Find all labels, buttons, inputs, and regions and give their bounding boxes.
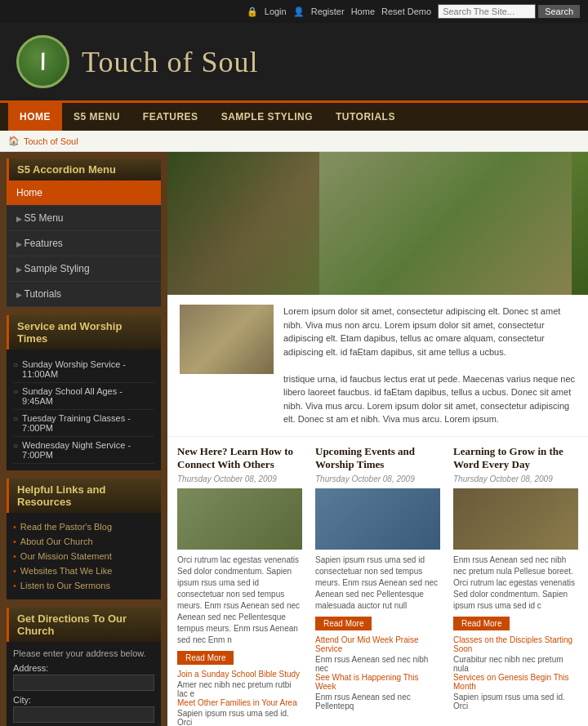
directions-widget: Get Directions To Our Church Please ente…: [7, 608, 161, 726]
service-item-4: Wednesday Night Service - 7:00PM: [13, 437, 154, 464]
intro-para-1: Lorem ipsum dolor sit amet, consectetur …: [283, 305, 576, 359]
link-listen-sermons[interactable]: Listen to Our Sermons: [13, 578, 154, 593]
col3-date: Thursday October 08, 2009: [453, 474, 578, 483]
breadcrumb: 🏠 Touch of Soul: [0, 131, 588, 152]
column-3: Learning to Grow in the Word Every Day T…: [447, 445, 578, 727]
col1-image: [177, 488, 302, 550]
accordion-link-tutorials[interactable]: Tutorials: [7, 282, 161, 306]
link-mission-statement[interactable]: Our Mission Statement: [13, 549, 154, 563]
service-times-title: Service and Worship Times: [7, 315, 161, 350]
col2-link-1-sub: Enm rsus Aenean sed nec nibh nec: [315, 655, 440, 673]
search-box: Search: [438, 4, 580, 19]
intro-image: [180, 305, 274, 374]
col1-link-2[interactable]: Meet Other Families in Your Area: [177, 698, 302, 707]
address-label: Address:: [13, 663, 154, 673]
col2-image: [315, 488, 440, 550]
col3-link-2[interactable]: Services on Genesis Begin This Month: [453, 673, 578, 691]
sidebar: S5 Accordion Menu Home S5 Menu Features …: [0, 152, 167, 726]
accordion-item-s5menu[interactable]: S5 Menu: [7, 206, 161, 231]
hero-image: [167, 152, 588, 295]
intro-text: Lorem ipsum dolor sit amet, consectetur …: [283, 305, 576, 426]
col1-links: Join a Sunday School Bible Study Amer ne…: [177, 670, 302, 726]
accordion-menu: Home S5 Menu Features Sample Styling Tut…: [7, 180, 161, 307]
col1-link-2-sub: Sapien ipsum rsus uma sed id. Orci: [177, 709, 302, 726]
top-bar: 🔒 Login 👤 Register Home Reset Demo Searc…: [0, 0, 588, 23]
login-link[interactable]: Login: [265, 7, 287, 16]
address-input[interactable]: [13, 675, 154, 691]
intro-para-2: tristique urna, id faucbus lectus erat u…: [283, 372, 576, 426]
service-list: Sunday Worship Service - 11:00AM Sunday …: [7, 350, 161, 470]
col2-body: Sapien ipsum rsus uma sed id consectetua…: [315, 555, 440, 612]
col1-date: Thursday October 08, 2009: [177, 474, 302, 483]
links-list: Read the Pastor's Blog About Our Church …: [7, 513, 161, 599]
directions-desc: Please enter your address below.: [13, 648, 154, 658]
link-about-church[interactable]: About Our Church: [13, 534, 154, 549]
link-pastors-blog[interactable]: Read the Pastor's Blog: [13, 519, 154, 534]
accordion-widget: S5 Accordion Menu Home S5 Menu Features …: [7, 158, 161, 307]
helpful-links-title: Helpful Links and Resources: [7, 479, 161, 513]
reset-demo-link[interactable]: Reset Demo: [381, 7, 431, 16]
col2-read-more[interactable]: Read More: [315, 617, 372, 630]
col1-read-more[interactable]: Read More: [177, 651, 234, 665]
search-button[interactable]: Search: [538, 5, 580, 18]
nav-home[interactable]: HOME: [8, 103, 62, 131]
col2-link-1[interactable]: Attend Our Mid Week Praise Service: [315, 635, 440, 653]
main-layout: S5 Accordion Menu Home S5 Menu Features …: [0, 152, 588, 726]
accordion-item-tutorials[interactable]: Tutorials: [7, 282, 161, 307]
breadcrumb-current: Touch of Soul: [24, 136, 78, 146]
nav-s5menu[interactable]: S5 MENU: [62, 103, 131, 131]
lock-icon: 🔒: [247, 7, 258, 17]
col2-link-2[interactable]: See What is Happening This Week: [315, 673, 440, 691]
col3-image: [453, 488, 578, 550]
col1-title: New Here? Learn How to Connect With Othe…: [177, 445, 302, 473]
accordion-link-s5menu[interactable]: S5 Menu: [7, 206, 161, 230]
col2-link-2-sub: Enm rsus Aenean sed nec Pellentepq: [315, 693, 440, 710]
search-input[interactable]: [438, 4, 536, 19]
nav-sample-styling[interactable]: SAMPLE STYLING: [210, 103, 324, 131]
directions-title: Get Directions To Our Church: [7, 608, 161, 642]
column-2: Upcoming Events and Worship Times Thursd…: [309, 445, 447, 727]
link-websites-we-like[interactable]: Websites That We Like: [13, 563, 154, 578]
col1-link-1[interactable]: Join a Sunday School Bible Study: [177, 670, 302, 679]
main-content: Lorem ipsum dolor sit amet, consectetur …: [167, 152, 588, 726]
nav-tutorials[interactable]: TUTORIALS: [324, 103, 407, 131]
main-nav: HOME S5 MENU FEATURES SAMPLE STYLING TUT…: [0, 100, 588, 131]
site-title: Touch of Soul: [82, 45, 258, 79]
site-logo: [16, 35, 69, 88]
accordion-title: S5 Accordion Menu: [7, 158, 161, 180]
col3-body: Enm rsus Aenean sed nec nibh nec pretum …: [453, 555, 578, 612]
col1-link-1-sub: Amer nec nibh nec pretum rutbi lac e: [177, 680, 302, 698]
register-link[interactable]: Register: [311, 7, 345, 16]
col2-date: Thursday October 08, 2009: [315, 474, 440, 483]
nav-features[interactable]: FEATURES: [131, 103, 210, 131]
text-intro: Lorem ipsum dolor sit amet, consectetur …: [167, 295, 588, 437]
hero-people-image: [319, 152, 572, 295]
col3-link-1-sub: Curabitur nec nibh nec pretum nula: [453, 655, 578, 673]
city-input[interactable]: [13, 706, 154, 723]
accordion-link-sample-styling[interactable]: Sample Styling: [7, 256, 161, 281]
col1-body: Orci rutrum lac egestas venenatis Sed do…: [177, 555, 302, 646]
column-1: New Here? Learn How to Connect With Othe…: [177, 445, 309, 727]
accordion-item-features[interactable]: Features: [7, 231, 161, 256]
col2-links: Attend Our Mid Week Praise Service Enm r…: [315, 635, 440, 710]
three-columns: New Here? Learn How to Connect With Othe…: [167, 437, 588, 727]
col3-read-more[interactable]: Read More: [453, 617, 510, 630]
col3-link-1[interactable]: Classes on the Disciples Starting Soon: [453, 635, 578, 653]
service-item-2: Sunday School All Ages - 9:45AM: [13, 383, 154, 410]
user-icon: 👤: [293, 7, 305, 17]
service-item-1: Sunday Worship Service - 11:00AM: [13, 356, 154, 383]
helpful-links-widget: Helpful Links and Resources Read the Pas…: [7, 479, 161, 599]
accordion-link-home[interactable]: Home: [7, 180, 161, 205]
breadcrumb-home-icon: 🏠: [8, 136, 20, 146]
accordion-item-home[interactable]: Home: [7, 180, 161, 206]
accordion-link-features[interactable]: Features: [7, 231, 161, 256]
topbar-home-link[interactable]: Home: [351, 7, 375, 16]
col2-title: Upcoming Events and Worship Times: [315, 445, 440, 473]
accordion-item-sample-styling[interactable]: Sample Styling: [7, 256, 161, 282]
directions-form: Please enter your address below. Address…: [7, 642, 161, 726]
col3-link-2-sub: Sapien ipsum rsus uma sed id. Orci: [453, 693, 578, 710]
service-item-3: Tuesday Training Classes - 7:00PM: [13, 410, 154, 437]
col3-links: Classes on the Disciples Starting Soon C…: [453, 635, 578, 710]
site-header: Touch of Soul: [0, 23, 588, 100]
service-times-widget: Service and Worship Times Sunday Worship…: [7, 315, 161, 470]
